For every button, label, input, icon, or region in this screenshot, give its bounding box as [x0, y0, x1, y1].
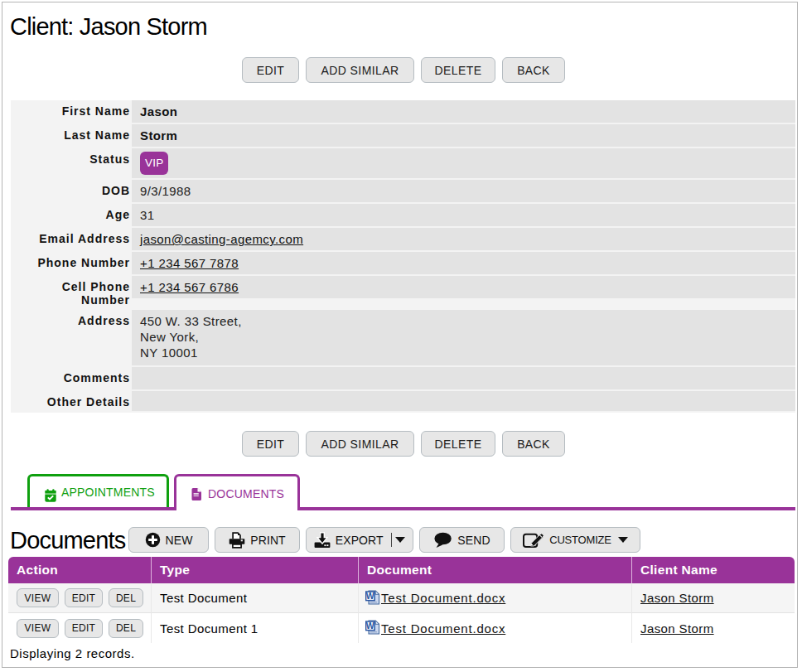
- svg-text:W: W: [366, 590, 374, 600]
- svg-text:W: W: [366, 621, 374, 631]
